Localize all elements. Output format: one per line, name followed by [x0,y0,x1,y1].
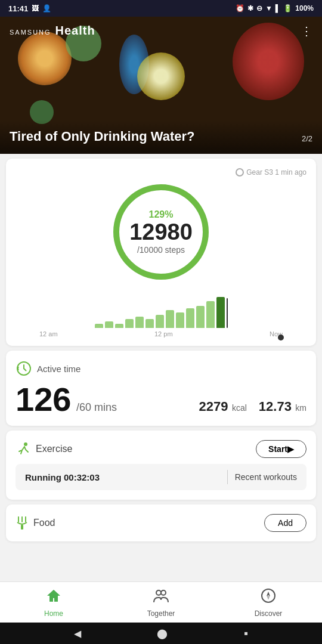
km-unit: km [295,403,306,413]
android-recent-button[interactable]: ▪ [244,627,248,640]
svg-rect-4 [18,516,19,522]
kcal-group: 2279 kcal [199,399,247,414]
alarm-icon: ⏰ [236,4,244,13]
nav-discover-label: Discover [255,609,283,618]
nav-discover[interactable]: Discover [215,582,322,623]
chart-bar [135,317,144,328]
bottom-nav: Home Together Discover [0,581,322,623]
svg-rect-7 [21,525,23,530]
chart-bar [216,297,225,328]
circle-ring: 129% 12980 /10000 steps [110,181,212,283]
active-time-unit: /60 mins [76,401,117,413]
bluetooth-icon: ✱ [247,4,253,13]
hero-menu-button[interactable]: ⋮ [301,24,312,38]
battery-percent: 100% [295,4,314,13]
together-icon-svg [153,588,169,603]
status-time: 11:41 🖼 👤 [8,4,51,13]
gear-dot-icon [236,168,244,177]
steps-info: 129% 12980 /10000 steps [129,209,193,255]
nav-together[interactable]: Together [107,582,215,623]
exercise-header: Exercise Start▶ [16,440,306,458]
status-icons: ⏰ ✱ ⊖ ▼ ▌ 🔋 100% [236,4,314,13]
hero-banner: SAMSUNG Health ⋮ Tired of Only Drinking … [0,17,322,154]
running-icon-svg [16,441,31,457]
start-btn-label: Start▶ [268,444,294,454]
exercise-divider [227,470,228,484]
android-nav: ◀ ⬤ ▪ [0,623,322,644]
food-icon-svg [16,515,29,531]
nav-home-label: Home [44,609,63,618]
signal-icon: ▌ [275,4,281,13]
exercise-title: Exercise [16,441,72,457]
chart-bar [176,312,184,328]
bar-chart-area [16,292,306,328]
svg-rect-5 [21,516,23,522]
app-logo: SAMSUNG Health [10,24,95,38]
food-header: Food Add [16,514,306,532]
hero-title: Tired of Only Drinking Water? [10,129,312,144]
add-food-button[interactable]: Add [264,514,306,532]
food-label: Food [33,518,55,528]
hero-overlay: Tired of Only Drinking Water? [0,120,322,154]
start-exercise-button[interactable]: Start▶ [256,440,306,458]
home-icon-svg [46,588,61,603]
chart-bar [145,319,154,328]
chart-bar [105,321,113,328]
svg-point-9 [161,590,166,595]
steps-chart: 12 am 12 pm Now [16,292,306,338]
last-activity: Running 00:32:03 [25,472,220,482]
exercise-label: Exercise [36,444,72,454]
food-title: Food [16,515,55,531]
steps-count: 12980 [129,220,193,245]
gear-sync-info: Gear S3 1 min ago [16,168,306,177]
nav-together-label: Together [147,609,175,618]
active-extra-stats: 2279 kcal 12.73 km [199,399,307,414]
chart-bar [196,306,205,328]
steps-percent: 129% [129,209,193,220]
chart-bar [156,315,164,328]
svg-point-8 [156,590,161,595]
add-food-label: Add [278,518,293,528]
active-time-card: Active time 126 /60 mins 2279 kcal 12.73… [6,351,316,426]
active-time-header: Active time [16,360,306,377]
clock-icon-svg [16,361,32,376]
km-value: 12.73 [259,399,292,414]
active-time-value: 126 [16,380,71,418]
recent-workouts-link[interactable]: Recent workouts [235,472,297,482]
hero-pagination: 2/2 [302,134,312,143]
chart-labels: 12 am 12 pm Now [16,328,306,338]
active-time-stats: 126 /60 mins 2279 kcal 12.73 km [16,383,306,416]
time-display: 11:41 [8,4,28,13]
person-icon: 👤 [42,4,51,13]
food-card: Food Add [6,504,316,541]
battery-icon: 🔋 [283,4,292,13]
android-home-button[interactable]: ⬤ [157,628,168,639]
bar-cursor [227,298,228,328]
bar-cursor-dot [278,335,284,340]
app-name: Health [55,24,95,37]
exercise-card: Exercise Start▶ Running 00:32:03 Recent … [6,431,316,500]
km-group: 12.73 km [259,399,306,414]
chart-label-start: 12 am [39,330,58,338]
chart-bar [115,324,123,328]
steps-circle: 129% 12980 /10000 steps [16,181,306,283]
nav-home[interactable]: Home [0,582,107,623]
chart-bar [186,308,194,328]
svg-point-3 [24,442,27,446]
photo-icon: 🖼 [32,4,39,13]
chart-bar [95,324,103,328]
steps-goal: /10000 steps [129,245,193,255]
svg-marker-12 [267,595,270,600]
android-back-button[interactable]: ◀ [74,628,81,639]
exercise-footer: Running 00:32:03 Recent workouts [16,464,306,490]
more-icon: ⋮ [301,24,312,38]
kcal-value: 2279 [199,399,228,414]
together-nav-icon [153,588,169,608]
minus-circle-icon: ⊖ [256,4,262,13]
chart-bar [125,319,134,328]
active-time-icon [16,360,32,377]
chart-bar [166,310,174,328]
wifi-icon: ▼ [265,4,273,13]
discover-nav-icon [261,588,276,608]
home-nav-icon [46,588,61,608]
